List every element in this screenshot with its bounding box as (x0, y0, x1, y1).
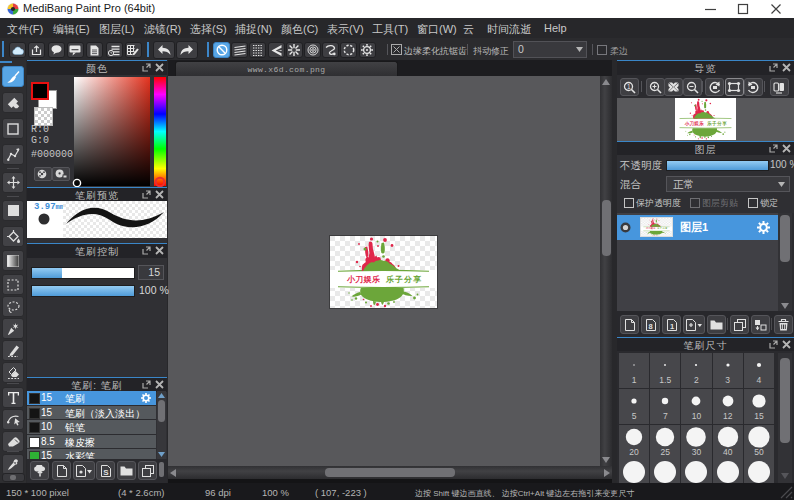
svg-text:乐子分享: 乐子分享 (385, 274, 422, 284)
svg-text:小刀娱乐: 小刀娱乐 (684, 120, 704, 127)
svg-text:小刀娱乐: 小刀娱乐 (346, 275, 380, 284)
svg-text:1: 1 (670, 321, 674, 330)
svg-text:S: S (103, 467, 109, 476)
svg-text:1: 1 (627, 83, 631, 90)
svg-text:8: 8 (648, 321, 652, 330)
svg-text:乐子分享: 乐子分享 (707, 120, 727, 127)
